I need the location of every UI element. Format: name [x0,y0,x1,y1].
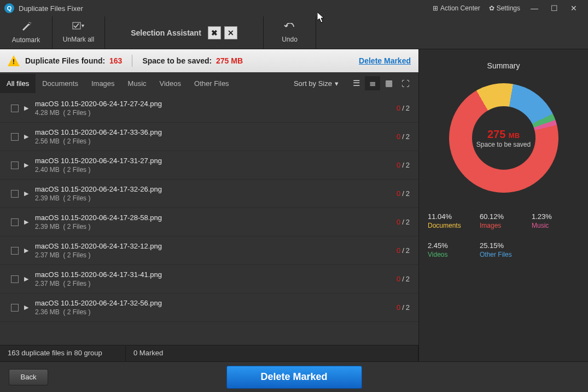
undo-icon [284,22,296,33]
checkbox[interactable] [11,133,19,141]
file-marked-count: 0/2 [397,104,410,112]
expand-icon[interactable]: ▶ [24,190,30,197]
expand-icon[interactable]: ▶ [24,133,30,140]
breakdown-pct: 2.45% [428,241,475,250]
tab-documents[interactable]: Documents [36,74,85,93]
breakdown-item: 60.12%Images [480,212,527,229]
file-name: macOS 10.15-2020-06-24-17-31-27.png [35,157,397,165]
undo-button[interactable]: Undo [264,16,316,49]
breakdown-item: 25.15%Other Files [480,241,527,258]
wand-icon [21,21,32,34]
checkbox[interactable] [11,304,19,312]
file-meta: 4.28 MB ( 2 Files ) [35,109,397,117]
file-meta: 2.36 MB ( 2 Files ) [35,308,397,316]
selection-assistant-label: Selection Assistant [131,28,201,37]
automark-label: Automark [12,36,40,44]
expand-icon[interactable]: ▶ [24,247,30,254]
checkbox[interactable] [11,275,19,283]
duplicates-found-label: Duplicate Files found: [25,56,105,65]
checkbox[interactable] [11,105,19,112]
info-bar: ! Duplicate Files found: 163 Space to be… [0,49,418,72]
checkbox[interactable] [11,247,19,255]
breakdown-item: 2.45%Videos [428,241,475,258]
file-name: macOS 10.15-2020-06-24-17-31-41.png [35,270,397,279]
file-row[interactable]: ▶macOS 10.15-2020-06-24-17-32-12.png2.37… [0,237,418,265]
file-name: macOS 10.15-2020-06-24-17-33-36.png [35,128,397,136]
expand-icon[interactable]: ▶ [24,304,30,311]
action-center-button[interactable]: ⊞ Action Center [428,2,485,14]
tools-icon-2: ✕ [224,26,237,39]
file-marked-count: 0/2 [397,189,410,198]
file-meta: 2.37 MB ( 2 Files ) [35,251,397,259]
uncheck-icon: ▾ [72,22,85,33]
file-name: macOS 10.15-2020-06-24-17-27-24.png [35,100,397,108]
action-center-label: Action Center [440,4,480,12]
duplicates-found-value: 163 [109,56,122,65]
file-row[interactable]: ▶macOS 10.15-2020-06-24-17-31-41.png2.37… [0,265,418,293]
breakdown-pct: 25.15% [480,241,527,250]
fullscreen-icon[interactable]: ⛶ [398,76,413,90]
checkbox[interactable] [11,190,19,198]
donut-center-label: Space to be saved [476,141,531,148]
unmark-all-button[interactable]: ▾ UnMark all [53,16,105,49]
tab-videos[interactable]: Videos [153,74,188,93]
delete-marked-link[interactable]: Delete Marked [359,56,411,65]
tab-all-files[interactable]: All files [0,74,36,93]
tab-images[interactable]: Images [85,74,121,93]
file-row[interactable]: ▶macOS 10.15-2020-06-24-17-27-24.png4.28… [0,94,418,123]
breakdown-pct: 11.04% [428,212,475,221]
expand-icon[interactable]: ▶ [24,275,30,283]
file-name: macOS 10.15-2020-06-24-17-28-58.png [35,214,397,222]
file-name: macOS 10.15-2020-06-24-17-32-56.png [35,299,397,307]
file-row[interactable]: ▶macOS 10.15-2020-06-24-17-32-26.png2.39… [0,180,418,208]
summary-title: Summary [487,61,520,70]
minimize-button[interactable]: — [525,2,544,15]
breakdown-label: Images [480,222,527,229]
file-meta: 2.39 MB ( 2 Files ) [35,194,397,202]
checkbox[interactable] [11,218,19,226]
view-list-icon[interactable]: ☰ [348,76,364,90]
expand-icon[interactable]: ▶ [24,105,30,112]
breakdown-item: 11.04%Documents [428,212,475,229]
tab-other-files[interactable]: Other Files [188,74,236,93]
file-marked-count: 0/2 [397,132,410,141]
grid-icon: ⊞ [433,4,438,12]
status-group-count: 163 duplicate files in 80 group [0,345,126,361]
file-row[interactable]: ▶macOS 10.15-2020-06-24-17-32-56.png2.36… [0,293,418,322]
settings-label: Settings [497,4,520,12]
delete-marked-button[interactable]: Delete Marked [226,366,362,389]
settings-button[interactable]: ✿ Settings [485,2,525,14]
summary-pane: Summary 275 MB Space to be saved 11.04%D… [419,49,588,361]
close-button[interactable]: ✕ [564,2,584,15]
file-row[interactable]: ▶macOS 10.15-2020-06-24-17-33-36.png2.56… [0,123,418,151]
file-marked-count: 0/2 [397,303,410,312]
file-meta: 2.39 MB ( 2 Files ) [35,223,397,230]
file-row[interactable]: ▶macOS 10.15-2020-06-24-17-28-58.png2.39… [0,208,418,237]
file-row[interactable]: ▶macOS 10.15-2020-06-24-17-31-27.png2.40… [0,151,418,180]
tab-music[interactable]: Music [121,74,153,93]
undo-label: Undo [282,36,298,43]
breakdown-grid: 11.04%Documents60.12%Images1.23%Music2.4… [428,212,579,258]
expand-icon[interactable]: ▶ [24,218,30,226]
sort-button[interactable]: Sort by Size ▾ [294,79,339,88]
status-bar: 163 duplicate files in 80 group 0 Marked [0,345,418,361]
donut-center-unit: MB [509,131,520,140]
view-detail-icon[interactable]: ≣ [365,76,380,90]
unmark-all-label: UnMark all [63,36,94,43]
status-marked-count: 0 Marked [126,345,418,361]
maximize-button[interactable]: ☐ [544,2,564,15]
footer-bar: Back Delete Marked [0,361,588,392]
selection-assistant-button[interactable]: Selection Assistant ✖ ✕ [105,16,264,49]
toolbar: Automark ▾ UnMark all Selection Assistan… [0,16,588,49]
tab-bar: All files Documents Images Music Videos … [0,72,418,94]
file-meta: 2.37 MB ( 2 Files ) [35,280,397,287]
checkbox[interactable] [11,162,19,169]
app-logo-icon: Q [4,3,14,13]
expand-icon[interactable]: ▶ [24,162,30,169]
back-button[interactable]: Back [9,369,48,385]
automark-button[interactable]: Automark [0,16,53,49]
file-list[interactable]: ▶macOS 10.15-2020-06-24-17-27-24.png4.28… [0,94,418,345]
view-grid-icon[interactable]: ▦ [381,76,397,90]
breakdown-label: Videos [428,251,475,258]
breakdown-label: Other Files [480,251,527,258]
